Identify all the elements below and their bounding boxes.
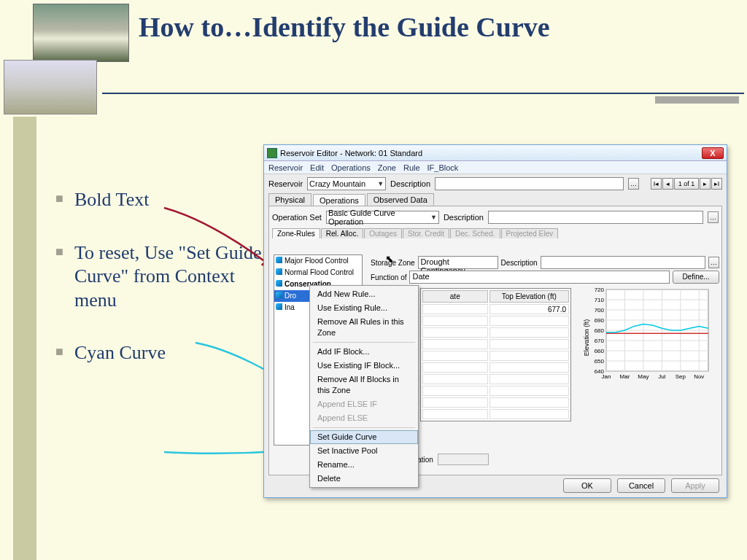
zone-description-input[interactable]: [541, 256, 705, 269]
reservoir-editor-window: Reservoir Editor - Network: 01 Standard …: [263, 144, 727, 498]
svg-text:660: 660: [595, 348, 605, 354]
window-title: Reservoir Editor - Network: 01 Standard: [280, 149, 702, 158]
elevation-chart: 640650660670680690700710720 JanMarMayJul…: [583, 287, 714, 385]
mi-set-guide-curve[interactable]: Set Guide Curve: [310, 430, 418, 444]
description-label: Description: [390, 179, 430, 188]
tab-operations[interactable]: Operations: [313, 194, 365, 206]
title-rule-accent: [655, 96, 739, 104]
sub-tabs: Zone-Rules Rel. Alloc. Outages Stor. Cre…: [272, 228, 719, 238]
mi-append-else: Append ELSE: [310, 411, 418, 425]
description-expand[interactable]: …: [628, 178, 639, 190]
mi-use-existing-rule[interactable]: Use Existing Rule...: [310, 301, 418, 315]
function-of-label: Function of: [371, 273, 406, 281]
tree-item-normal-flood[interactable]: Normal Flood Control: [274, 267, 362, 279]
bullet-2: To reset, Use "Set Guide Curve" from Con…: [58, 241, 263, 313]
y-axis-label: Elevation (ft): [583, 319, 590, 357]
nav-last[interactable]: ▸I: [711, 178, 722, 190]
menu-zone[interactable]: Zone: [378, 163, 396, 172]
nav-counter: 1 of 1: [674, 178, 699, 190]
bullet-list: Bold Text To reset, Use "Set Guide Curve…: [58, 188, 263, 394]
zone-description-expand[interactable]: …: [708, 257, 719, 268]
svg-text:Jan: Jan: [602, 373, 611, 380]
svg-text:710: 710: [595, 297, 605, 303]
svg-text:700: 700: [595, 307, 605, 314]
record-nav: I◂ ◂ 1 of 1 ▸ ▸I: [651, 178, 722, 190]
svg-text:May: May: [638, 373, 649, 380]
elevation-table[interactable]: ateTop Elevation (ft) 677.0: [420, 288, 571, 421]
mi-rename[interactable]: Rename...: [310, 458, 418, 472]
main-tabs: Physical Operations Observed Data: [264, 193, 727, 206]
tab-physical[interactable]: Physical: [268, 193, 311, 206]
subtab-dec-sched[interactable]: Dec. Sched.: [450, 228, 500, 238]
svg-text:Jul: Jul: [658, 373, 665, 380]
mi-add-new-rule[interactable]: Add New Rule...: [310, 287, 418, 301]
description-label-2: Description: [444, 213, 484, 222]
reservoir-label: Reservoir: [268, 179, 303, 188]
dialog-buttons: OK Cancel Apply: [563, 478, 719, 493]
context-menu: Add New Rule... Use Existing Rule... Rem…: [309, 285, 419, 488]
svg-text:Mar: Mar: [620, 373, 630, 380]
ok-button[interactable]: OK: [563, 478, 611, 493]
nav-prev[interactable]: ◂: [662, 178, 673, 190]
cancel-button[interactable]: Cancel: [617, 478, 665, 493]
reservoir-combo[interactable]: Crazy Mountain▼: [307, 177, 386, 190]
storage-zone-input[interactable]: Drought Contingency: [418, 256, 498, 269]
menu-operations[interactable]: Operations: [331, 163, 371, 172]
tree-item-major-flood[interactable]: Major Flood Control: [274, 255, 362, 267]
apply-button[interactable]: Apply: [671, 478, 719, 493]
define-button[interactable]: Define...: [673, 271, 719, 284]
cell-value[interactable]: 677.0: [489, 304, 569, 314]
svg-text:680: 680: [595, 327, 605, 334]
app-icon: [267, 148, 277, 158]
mi-remove-all-rules[interactable]: Remove All Rules in this Zone: [310, 315, 418, 340]
subtab-zone-rules[interactable]: Zone-Rules: [272, 228, 320, 238]
opset-combo[interactable]: Basic Guide Curve Operation▼: [326, 211, 439, 224]
close-button[interactable]: X: [702, 147, 724, 159]
nav-next[interactable]: ▸: [700, 178, 711, 190]
mi-use-existing-if-block[interactable]: Use Existing IF Block...: [310, 359, 418, 373]
menu-reservoir[interactable]: Reservoir: [268, 163, 303, 172]
mi-remove-all-if-blocks[interactable]: Remove All If Blocks in this Zone: [310, 373, 418, 397]
reservoir-row: Reservoir Crazy Mountain▼ Description … …: [264, 174, 727, 193]
menu-separator: [313, 427, 415, 428]
chevron-down-icon: ▼: [430, 214, 437, 221]
col-top-elev[interactable]: Top Elevation (ft): [489, 290, 569, 303]
mi-delete[interactable]: Delete: [310, 472, 418, 486]
dam-photo: [33, 4, 129, 62]
svg-text:650: 650: [595, 358, 605, 365]
svg-text:Nov: Nov: [694, 373, 704, 380]
col-date[interactable]: ate: [422, 290, 488, 303]
subtab-outages[interactable]: Outages: [364, 228, 402, 238]
menu-ifblock[interactable]: IF_Block: [427, 163, 459, 172]
svg-text:670: 670: [595, 338, 605, 344]
chevron-down-icon: ▼: [377, 180, 384, 187]
mi-add-if-block[interactable]: Add IF Block...: [310, 345, 418, 359]
cursor-icon: ⬉: [385, 253, 394, 265]
svg-text:Sep: Sep: [676, 373, 686, 380]
menu-rule[interactable]: Rule: [403, 163, 420, 172]
svg-text:720: 720: [595, 287, 605, 293]
bullet-1: Bold Text: [58, 188, 263, 212]
description-input[interactable]: [435, 177, 624, 190]
opset-row: Operation Set Basic Guide Curve Operatio…: [272, 209, 719, 225]
mi-append-else-if: Append ELSE IF: [310, 397, 418, 411]
nav-first[interactable]: I◂: [651, 178, 662, 190]
chart-photo: [4, 60, 97, 114]
title-rule: [102, 93, 744, 94]
menu-edit[interactable]: Edit: [310, 163, 324, 172]
description-label-3: Description: [501, 259, 538, 267]
opset-label: Operation Set: [272, 213, 322, 222]
mi-set-inactive-pool[interactable]: Set Inactive Pool: [310, 444, 418, 458]
menubar: Reservoir Edit Operations Zone Rule IF_B…: [264, 161, 727, 174]
titlebar[interactable]: Reservoir Editor - Network: 01 Standard …: [264, 145, 727, 161]
subtab-rel-alloc[interactable]: Rel. Alloc.: [321, 228, 363, 238]
subtab-projected-elev[interactable]: Projected Elev: [501, 228, 558, 238]
opset-description-input[interactable]: [488, 211, 703, 224]
bullet-3: Cyan Curve: [58, 341, 263, 365]
slide-title: How to…Identify the Guide Curve: [139, 11, 649, 44]
subtab-stor-credit[interactable]: Stor. Credit: [403, 228, 449, 238]
function-of-input[interactable]: Date: [409, 271, 670, 284]
tab-observed-data[interactable]: Observed Data: [367, 193, 434, 206]
zone-info: Storage Zone Drought Contingency Descrip…: [371, 256, 719, 285]
opset-description-expand[interactable]: …: [708, 211, 719, 223]
